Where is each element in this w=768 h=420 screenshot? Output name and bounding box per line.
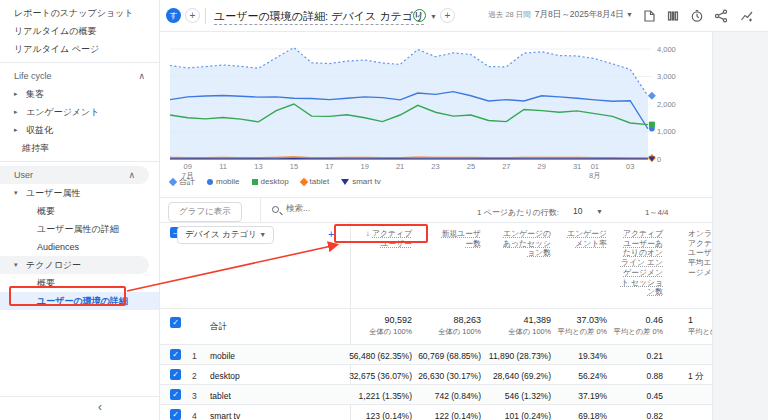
search-input[interactable] (286, 203, 376, 213)
rows-per-page-select[interactable]: 10 (573, 206, 582, 216)
pagination-range: 1～4/4 (645, 207, 669, 218)
sidebar-item-6[interactable]: ▸エンゲージメント (0, 103, 159, 121)
row-checkbox[interactable]: ✓ (170, 389, 181, 400)
sidebar-item-7[interactable]: ▸収益化 (0, 121, 159, 139)
sidebar-item-16[interactable]: 概要 (0, 274, 159, 292)
customize-report-button[interactable]: + (440, 8, 455, 23)
notes-icon[interactable] (642, 9, 656, 23)
collapse-sidebar-icon[interactable]: ‹ (98, 400, 102, 414)
sidebar-item-8[interactable]: 維持率 (0, 139, 159, 157)
data-quality-check-icon[interactable]: ✓ (413, 9, 426, 22)
legend-label: mobile (216, 177, 240, 186)
insights-icon[interactable] (740, 9, 754, 23)
legend-item-合計[interactable]: 合計 (170, 176, 195, 187)
column-header-truncated[interactable]: オンラ アクテ ユーザ 平均エ ージメ (688, 229, 712, 278)
svg-text:25: 25 (467, 162, 475, 171)
clock-icon[interactable] (690, 9, 704, 23)
table-row-mobile[interactable]: ✓1mobile56,480 (62.35%)60,769 (68.85%)11… (160, 344, 712, 364)
chevron-down-icon: ▼ (626, 11, 633, 18)
column-header-4[interactable]: アクティブ ユーザーあたりのオンライン エンゲージメント セッション数 (617, 229, 663, 297)
legend-label: 合計 (179, 176, 195, 187)
row-number: 3 (192, 391, 197, 401)
rows-per-page-label: 1 ページあたりの行数: (477, 207, 559, 218)
page-title[interactable]: ユーザーの環境の詳細: デバイス カテゴリ (214, 9, 424, 25)
add-column-button[interactable]: + (328, 228, 334, 240)
add-comparison-button[interactable]: + (185, 8, 200, 23)
table-row-desktop[interactable]: ✓2desktop32,675 (36.07%)26,630 (30.17%)2… (160, 364, 712, 384)
svg-text:29: 29 (538, 162, 546, 171)
row-checkbox[interactable]: ✓ (170, 409, 181, 420)
row-number: 2 (192, 371, 197, 381)
sidebar-item-label: レポートのスナップショット (14, 7, 134, 20)
divider (0, 62, 159, 63)
sidebar-item-5[interactable]: ▸集客 (0, 85, 159, 103)
svg-text:17: 17 (325, 162, 333, 171)
sidebar-section-user[interactable]: User∧ (0, 166, 149, 184)
column-header-1[interactable]: 新規ユーザー数 (435, 229, 481, 248)
sidebar-item-label: 集客 (26, 88, 44, 101)
sidebar-item-0[interactable]: レポートのスナップショット (0, 4, 159, 22)
dimension-dropdown[interactable]: デバイス カテゴリ ▼ (177, 226, 274, 244)
row-number: 4 (192, 411, 197, 420)
chevron-collapsed-icon: ▸ (14, 126, 26, 134)
sidebar-section-label: User (14, 170, 33, 180)
sidebar-item-14[interactable]: Audiences (0, 238, 159, 256)
legend-label: desktop (261, 177, 289, 186)
main-content: す + ユーザーの環境の詳細: デバイス カテゴリ ✓ ▼ + 過去 28 日間… (160, 0, 768, 420)
sidebar-item-label: ユーザーの環境の詳細 (37, 295, 128, 308)
sidebar-item-11[interactable]: ▾ユーザー属性 (0, 184, 159, 202)
right-gutter (712, 32, 768, 420)
sidebar-item-label: ユーザー属性 (26, 187, 80, 200)
column-header-label: エンゲージメント率 (567, 229, 607, 248)
triangle-down-icon (341, 179, 349, 185)
diamond-icon (169, 177, 177, 185)
legend-label: tablet (310, 177, 330, 186)
sidebar-item-15[interactable]: ▾テクノロジー (0, 256, 149, 274)
all-users-comparison-chip[interactable]: す (166, 8, 181, 23)
chart-legend: 合計mobiledesktoptabletsmart tv (170, 176, 381, 187)
row-dimension-label: tablet (210, 391, 231, 401)
date-range-picker[interactable]: 過去 28 日間7月8日～2025年8月4日 ▼ (488, 9, 633, 21)
sidebar-item-17[interactable]: ユーザーの環境の詳細 (0, 292, 159, 310)
share-icon[interactable] (714, 9, 728, 23)
row-checkbox[interactable]: ✓ (170, 369, 181, 380)
svg-text:1,000: 1,000 (657, 127, 676, 136)
chart-canvas: 01,0002,0003,0004,000097月111315171921232… (165, 34, 711, 180)
diamond-icon (299, 177, 307, 185)
show-on-chart-button[interactable]: グラフに表示 (168, 202, 242, 222)
svg-text:19: 19 (361, 162, 369, 171)
svg-text:23: 23 (431, 162, 439, 171)
column-header-2[interactable]: エンゲージのあったセッション数 (501, 229, 551, 258)
sidebar-item-13[interactable]: ユーザー属性の詳細 (0, 220, 159, 238)
svg-text:8月: 8月 (589, 171, 601, 180)
chevron-down-icon: ▼ (430, 13, 437, 20)
svg-text:01: 01 (591, 162, 599, 171)
sidebar-item-label: ユーザー属性の詳細 (37, 223, 119, 236)
sidebar-item-12[interactable]: 概要 (0, 202, 159, 220)
legend-item-mobile[interactable]: mobile (207, 177, 240, 186)
legend-item-tablet[interactable]: tablet (301, 177, 330, 186)
table-row-tablet[interactable]: ✓3tablet1,221 (1.35%)742 (0.84%)546 (1.3… (160, 384, 712, 404)
column-header-0[interactable]: ↓ アクティブ ユーザー (360, 229, 412, 248)
svg-text:13: 13 (254, 162, 262, 171)
comparison-icon[interactable] (666, 9, 680, 23)
svg-text:27: 27 (502, 162, 510, 171)
table-row-smart-tv[interactable]: ✓4smart tv123 (0.14%)122 (0.14%)101 (0.2… (160, 404, 712, 420)
row-checkbox[interactable]: ✓ (170, 317, 181, 328)
legend-item-smart-tv[interactable]: smart tv (341, 177, 380, 186)
row-checkbox[interactable]: ✓ (170, 349, 181, 360)
divider (260, 198, 261, 223)
square-icon (252, 179, 258, 185)
chevron-down-icon: ▼ (596, 208, 603, 215)
sidebar-item-label: 概要 (37, 205, 55, 218)
sidebar-item-1[interactable]: リアルタイムの概要 (0, 22, 159, 40)
chevron-down-icon: ▼ (259, 231, 266, 238)
sidebar-section-life-cycle[interactable]: Life cycle∧ (0, 67, 159, 85)
divider (0, 161, 159, 162)
sidebar-item-2[interactable]: リアルタイム ページ (0, 40, 159, 58)
totals-row: ✓合計90,592全体の 100%88,263全体の 100%41,389全体の… (160, 308, 712, 344)
sidebar-footer: ‹ (0, 396, 159, 420)
legend-item-desktop[interactable]: desktop (252, 177, 289, 186)
date-range-label: 過去 28 日間 (488, 10, 531, 19)
column-header-3[interactable]: エンゲージメント率 (567, 229, 607, 248)
